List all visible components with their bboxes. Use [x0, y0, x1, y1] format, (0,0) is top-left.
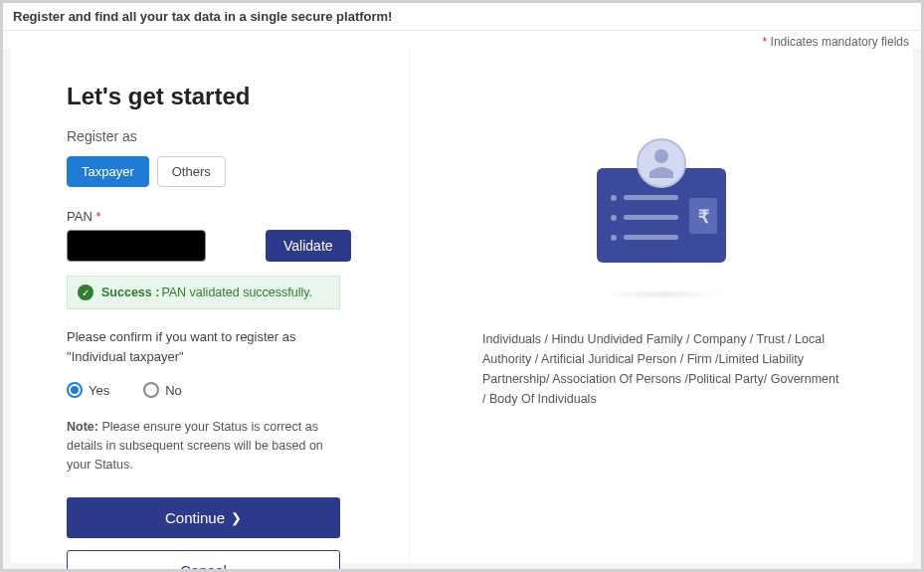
id-card-illustration: ₹ [572, 128, 751, 299]
radio-yes-label: Yes [89, 383, 109, 398]
cancel-button[interactable]: Cancel [67, 550, 340, 572]
toggle-others[interactable]: Others [157, 156, 226, 187]
check-icon: ✓ [78, 285, 93, 300]
register-as-label: Register as [67, 128, 409, 144]
confirm-suffix: " [179, 349, 184, 364]
pan-label: PAN * [67, 209, 409, 224]
note-body: Please ensure your Status is correct as … [67, 420, 323, 472]
svg-rect-6 [624, 215, 678, 220]
page-title: Let's get started [67, 83, 409, 110]
radio-no-label: No [165, 383, 182, 398]
pan-label-text: PAN [67, 209, 95, 224]
radio-yes[interactable]: Yes [67, 382, 109, 398]
radio-yes-circle [67, 382, 83, 398]
success-label: Success : [101, 286, 159, 299]
register-as-toggle: Taxpayer Others [67, 156, 409, 187]
taxpayer-types-info: Individuals / Hindu Undivided Family / C… [482, 329, 840, 409]
svg-point-3 [611, 195, 617, 201]
svg-point-2 [654, 149, 668, 163]
note-text: Note: Please ensure your Status is corre… [67, 418, 345, 474]
right-panel: ₹ Individuals / Hindu Undivided Family /… [409, 49, 913, 563]
shadow [602, 289, 721, 299]
svg-text:₹: ₹ [698, 207, 710, 227]
chevron-right-icon: ❯ [231, 510, 242, 525]
left-panel: Let's get started Register as Taxpayer O… [11, 49, 409, 563]
validate-button[interactable]: Validate [266, 230, 351, 262]
radio-no[interactable]: No [143, 382, 182, 398]
mandatory-text: Indicates mandatory fields [767, 35, 909, 49]
svg-rect-4 [624, 195, 678, 200]
confirm-type: Individual taxpayer [72, 349, 179, 364]
top-banner: Register and find all your tax data in a… [3, 3, 921, 31]
radio-no-circle [143, 382, 159, 398]
pan-input[interactable] [67, 230, 206, 262]
svg-point-5 [611, 215, 617, 221]
pan-row: Validate [67, 230, 409, 262]
confirm-text: Please confirm if you want to register a… [67, 327, 345, 366]
mandatory-note: * Indicates mandatory fields [3, 31, 921, 49]
note-bold: Note: [67, 420, 101, 434]
continue-label: Continue [165, 509, 225, 526]
continue-button[interactable]: Continue ❯ [67, 497, 340, 538]
svg-rect-8 [624, 235, 678, 240]
main-container: Let's get started Register as Taxpayer O… [11, 49, 913, 563]
success-message: PAN validated successfully. [161, 286, 312, 299]
svg-point-7 [611, 235, 617, 241]
pan-star: * [95, 209, 100, 224]
radio-group: Yes No [67, 382, 409, 398]
success-box: ✓ Success : PAN validated successfully. [67, 276, 340, 309]
toggle-taxpayer[interactable]: Taxpayer [67, 156, 149, 187]
